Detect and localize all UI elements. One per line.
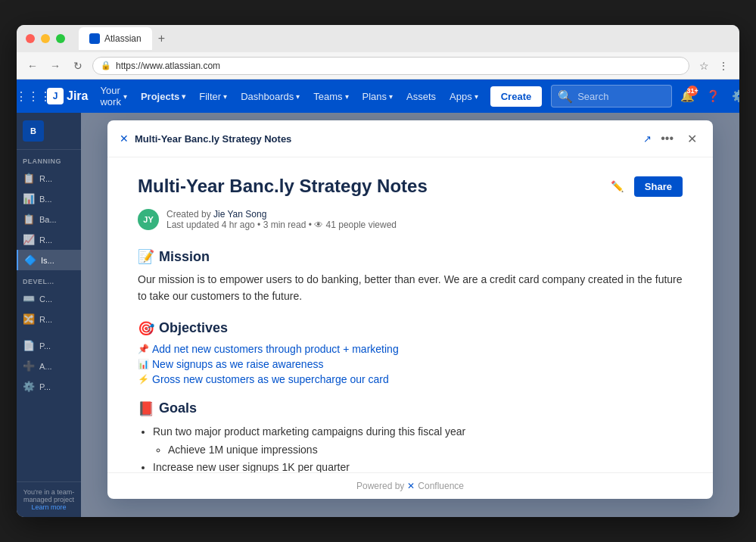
nav-dashboards[interactable]: Dashboards ▾ <box>235 86 306 107</box>
nav-assets[interactable]: Assets <box>400 86 442 107</box>
separator2: • 👁 <box>309 220 326 230</box>
doc-title-text: Multi-Year Banc.ly Strategy Notes <box>138 176 428 197</box>
sidebar-icon-rv: 🔀 <box>23 313 35 325</box>
main-area: B PLANNING 📋 R... 📊 B... 📋 Ba... 📈 R... <box>17 113 739 517</box>
nav-projects-label: Projects <box>141 91 179 102</box>
nav-teams[interactable]: Teams ▾ <box>307 86 354 107</box>
doc-meta: JY Created by Jie Yan Song Last updated … <box>138 209 683 230</box>
sidebar-item-ps[interactable]: ⚙️ P... <box>17 376 81 397</box>
goal-text-2: Increase new user signups 1K per quarter <box>153 461 350 472</box>
sidebar-footer-text: You're in a team-managed project <box>23 488 75 503</box>
objectives-links: 📌 Add net new customers through product … <box>138 343 683 385</box>
browser-menu-button[interactable]: ⋮ <box>715 58 732 74</box>
sidebar-item-r2[interactable]: 📈 R... <box>17 229 81 250</box>
sidebar-item-r1[interactable]: 📋 R... <box>17 168 81 188</box>
search-box[interactable]: 🔍 Search <box>551 85 672 107</box>
help-button[interactable]: ❓ <box>702 86 723 107</box>
objective-link-3[interactable]: ⚡ Gross new customers as we supercharge … <box>138 373 683 385</box>
modal-overlay[interactable]: ✕ Multi-Year Banc.ly Strategy Notes ↗ ••… <box>81 113 739 517</box>
sidebar-icon-p1: 📄 <box>23 340 35 351</box>
search-icon: 🔍 <box>558 89 573 104</box>
sidebar-label-ba: Ba... <box>39 215 57 224</box>
separator1: • <box>257 220 263 230</box>
bookmark-button[interactable]: ☆ <box>695 58 712 74</box>
browser-window: Atlassian + ← → ↻ 🔒 https://www.atlassia… <box>17 25 739 517</box>
sidebar-label-ps: P... <box>39 382 51 391</box>
sidebar-label-a: A... <box>39 362 52 371</box>
nav-actions: ☆ ⋮ <box>695 58 732 74</box>
nav-plans-label: Plans <box>362 91 387 102</box>
obj-link-text-3: Gross new customers as we supercharge ou… <box>152 373 389 385</box>
sidebar-icon-b1: 📊 <box>23 193 35 204</box>
nav-filter[interactable]: Filter ▾ <box>193 86 233 107</box>
project-initials: B <box>30 126 36 136</box>
traffic-light-yellow[interactable] <box>41 34 50 43</box>
sidebar-label-p1: P... <box>39 341 51 350</box>
sidebar-footer-link[interactable]: Learn more <box>23 503 75 511</box>
nav-your-work-label: Your work <box>100 85 120 107</box>
new-tab-button[interactable]: + <box>152 32 171 45</box>
nav-your-work[interactable]: Your work ▾ <box>94 80 132 112</box>
goals-heading-text: Goals <box>159 400 197 416</box>
app-switcher-button[interactable]: ⋮⋮⋮ <box>23 86 44 107</box>
objective-link-1[interactable]: 📌 Add net new customers through product … <box>138 343 683 355</box>
goals-section: 📕 Goals Run two major product marketing … <box>138 400 683 472</box>
nav-apps[interactable]: Apps ▾ <box>443 86 484 107</box>
nav-your-work-chevron: ▾ <box>123 92 127 101</box>
lock-icon: 🔒 <box>101 61 111 70</box>
sidebar-item-c[interactable]: ⌨️ C... <box>17 288 81 309</box>
modal-more-button[interactable]: ••• <box>658 132 677 145</box>
sidebar-icon-a: ➕ <box>23 360 35 372</box>
url-text: https://www.atlassian.com <box>116 61 220 71</box>
sidebar-label-b1: B... <box>39 195 52 204</box>
nav-assets-label: Assets <box>406 91 436 102</box>
modal-header: ✕ Multi-Year Banc.ly Strategy Notes ↗ ••… <box>107 120 713 157</box>
sidebar-project[interactable]: B <box>17 113 81 150</box>
create-button[interactable]: Create <box>490 86 542 107</box>
sidebar-icon-is: 🔷 <box>24 254 36 266</box>
jira-logo-icon: J <box>47 88 64 104</box>
sidebar-item-p1[interactable]: 📄 P... <box>17 335 81 356</box>
nav-projects-chevron: ▾ <box>182 92 185 101</box>
traffic-light-green[interactable] <box>56 34 65 43</box>
browser-tab[interactable]: Atlassian <box>79 27 152 50</box>
author-avatar: JY <box>138 209 159 230</box>
nav-plans[interactable]: Plans ▾ <box>356 86 400 107</box>
sidebar-item-a[interactable]: ➕ A... <box>17 356 81 376</box>
sidebar-item-ba[interactable]: 📋 Ba... <box>17 209 81 229</box>
goals-heading: 📕 Goals <box>138 400 683 417</box>
forward-button[interactable]: → <box>47 58 64 74</box>
read-time: 3 min read <box>263 220 306 230</box>
modal-title: Multi-Year Banc.ly Strategy Notes <box>135 133 637 145</box>
sidebar-item-is[interactable]: 🔷 Is... <box>17 250 81 270</box>
sidebar-item-rv[interactable]: 🔀 R... <box>17 309 81 329</box>
goals-icon: 📕 <box>138 400 154 417</box>
nav-plans-chevron: ▾ <box>389 92 393 101</box>
traffic-light-red[interactable] <box>26 34 35 43</box>
address-bar[interactable]: 🔒 https://www.atlassian.com <box>92 57 689 75</box>
jira-logo[interactable]: J Jira <box>47 88 88 104</box>
nav-dashboards-label: Dashboards <box>241 91 294 102</box>
sidebar-icon-c: ⌨️ <box>23 293 35 304</box>
doc-title-actions: ✏️ Share <box>607 176 683 197</box>
sidebar-icon-ba: 📋 <box>23 213 35 225</box>
obj-link-icon-2: 📊 <box>138 359 149 369</box>
sidebar-label-rv: R... <box>39 315 52 324</box>
goal-sublist-1: Achieve 1M unique impressions <box>153 441 683 459</box>
sidebar-item-b1[interactable]: 📊 B... <box>17 188 81 209</box>
notifications-button[interactable]: 🔔 31+ <box>677 86 698 107</box>
tab-favicon <box>89 33 100 44</box>
reload-button[interactable]: ↻ <box>70 58 86 74</box>
settings-button[interactable]: ⚙️ <box>728 86 739 107</box>
modal-close-button[interactable]: ✕ <box>683 129 701 148</box>
objective-link-2[interactable]: 📊 New signups as we raise awareness <box>138 358 683 370</box>
mission-section: 📝 Mission Our mission is to empower user… <box>138 248 683 305</box>
back-button[interactable]: ← <box>24 58 41 74</box>
objectives-section: 🎯 Objectives 📌 Add net new customers thr… <box>138 320 683 385</box>
share-button[interactable]: Share <box>634 176 683 197</box>
external-link-button[interactable]: ↗ <box>643 133 652 145</box>
nav-projects[interactable]: Projects ▾ <box>135 86 191 107</box>
goal-item-1: Run two major product marketing campaign… <box>153 423 683 459</box>
sidebar-label-r1: R... <box>39 174 52 183</box>
edit-button[interactable]: ✏️ <box>607 176 628 197</box>
